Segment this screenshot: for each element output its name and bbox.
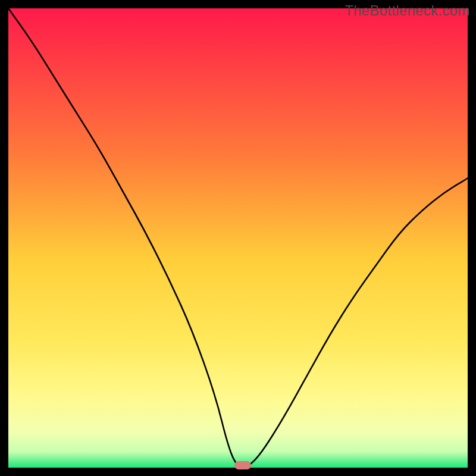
plot-area [8,8,468,468]
chart-svg [8,8,468,468]
watermark-text: TheBottleneck.com [345,2,470,19]
gradient-background [8,8,468,468]
chart-frame: TheBottleneck.com [0,0,476,476]
optimal-marker [234,461,251,469]
